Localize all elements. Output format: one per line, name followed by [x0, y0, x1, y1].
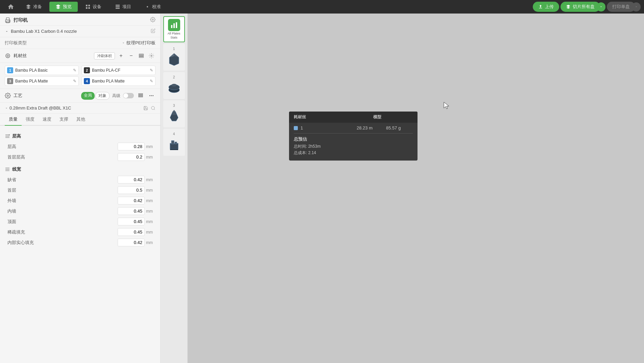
plate-1-model: [166, 51, 182, 68]
top-nav: 准备 预览 设备 项目 校准 上传 切片所有盘 打印单盘: [0, 0, 644, 14]
filament-edit-2[interactable]: ✎: [150, 68, 153, 73]
first-layer-height-input[interactable]: [118, 153, 145, 161]
print-dropdown-button: [632, 2, 641, 11]
nav-calibrate[interactable]: 校准: [139, 2, 167, 12]
tab-other[interactable]: 其他: [72, 114, 89, 126]
nav-project[interactable]: 项目: [109, 2, 137, 12]
tag-global[interactable]: 全局: [81, 92, 95, 100]
inner-wall-input[interactable]: [118, 207, 145, 215]
filament-item-3[interactable]: 3 Bambu PLA Matte ✎: [5, 76, 79, 86]
plate-thumb-1[interactable]: 1: [163, 44, 185, 71]
profile-save-icon[interactable]: [143, 106, 148, 111]
first-layer-height-label: 首层层高: [5, 154, 25, 160]
flush-volume-button[interactable]: 冲刷体积: [94, 52, 115, 59]
printer-settings-icon[interactable]: [150, 17, 156, 23]
svg-rect-1: [88, 5, 90, 6]
process-profile-name: 0.28mm Extra Draft @BBL X1C: [9, 105, 71, 111]
svg-point-13: [7, 55, 9, 57]
filament-item-2[interactable]: 2 Bambu PLA-CF ✎: [81, 66, 156, 75]
printer-type-value-group[interactable]: 纹理PEI打印板: [122, 40, 156, 46]
type-expand-icon: [122, 41, 125, 45]
nav-preview-label: 预览: [63, 4, 72, 10]
filament-item-4[interactable]: 4 Bambu PLA Matte ✎: [81, 76, 156, 86]
layer-height-input[interactable]: [118, 143, 145, 150]
filament-settings-icon[interactable]: [147, 52, 156, 60]
svg-point-11: [9, 20, 10, 21]
plate-thumb-4[interactable]: 4: [163, 129, 185, 156]
filament-edit-4[interactable]: ✎: [150, 79, 153, 83]
nav-preview[interactable]: 预览: [49, 2, 78, 12]
outer-wall-label: 外墙: [5, 198, 16, 204]
printer-expand-icon: [5, 29, 9, 33]
settings-row-outer-wall: 外墙 mm: [5, 195, 156, 206]
tab-support[interactable]: 支撑: [55, 114, 72, 126]
canvas-area: 耗材丝 模型 1 28.23 m 85.57 g 总预估 总时间: 2h53m: [188, 14, 644, 363]
stats-popup-body: 1 28.23 m 85.57 g 总预估 总时间: 2h53m 总成本: 2.…: [289, 123, 418, 161]
nav-calibrate-label: 校准: [152, 4, 161, 10]
settings-row-layer-height: 层高 mm: [5, 141, 156, 152]
top-surface-unit: mm: [146, 219, 156, 224]
svg-rect-21: [139, 95, 143, 96]
process-more-icon[interactable]: [147, 92, 156, 100]
process-profile-row[interactable]: 0.28mm Extra Draft @BBL X1C: [0, 103, 160, 114]
process-list-icon[interactable]: [137, 92, 145, 100]
slice-dropdown-button[interactable]: [597, 2, 605, 11]
nav-prepare-label: 准备: [33, 4, 42, 10]
process-section-header: 工艺 全局 对象 高级: [0, 89, 160, 103]
plate-thumb-3[interactable]: 3: [163, 100, 185, 127]
plate-3-model-icon: [165, 107, 183, 125]
svg-rect-20: [139, 94, 143, 94]
svg-rect-9: [6, 18, 9, 20]
nav-prepare[interactable]: 准备: [20, 2, 48, 12]
svg-point-26: [151, 106, 154, 109]
all-plates-stats-thumb[interactable]: All Plates Stats: [163, 16, 185, 42]
nav-home-button[interactable]: [3, 1, 18, 12]
filament-name-1: Bambu PLA Basic: [15, 68, 71, 73]
tab-speed[interactable]: 速度: [39, 114, 55, 126]
svg-rect-5: [116, 6, 120, 7]
first-layer-width-input[interactable]: [118, 186, 145, 194]
filament-item-1[interactable]: 1 Bambu PLA Basic ✎: [5, 66, 79, 75]
settings-row-first-layer-height: 首层层高 mm: [5, 152, 156, 162]
svg-rect-15: [139, 54, 143, 55]
filament-grid: 1 Bambu PLA Basic ✎ 2 Bambu PLA-CF ✎ 3 B…: [0, 63, 160, 89]
plate-thumb-2[interactable]: 2: [163, 72, 185, 99]
tab-quality[interactable]: 质量: [5, 114, 22, 126]
sparse-infill-unit: mm: [146, 230, 156, 235]
sparse-infill-input[interactable]: [118, 228, 145, 236]
plate-thumb-4-label: 4: [173, 132, 175, 136]
plate-thumb-2-label: 2: [173, 75, 175, 79]
svg-point-12: [152, 19, 153, 20]
all-plates-stats-label: All Plates Stats: [168, 32, 181, 40]
plate-1-model-icon: [165, 51, 183, 68]
advanced-toggle[interactable]: [123, 93, 134, 98]
default-width-input[interactable]: [118, 176, 145, 184]
printer-name-label: Bambu Lab X1 Carbon 0.4 nozzle: [11, 29, 77, 34]
process-section-label: 工艺: [14, 93, 22, 99]
svg-point-24: [151, 95, 152, 96]
slice-all-button[interactable]: 切片所有盘: [560, 2, 600, 12]
filament-multi-icon[interactable]: [137, 52, 145, 60]
remove-filament-button[interactable]: −: [127, 52, 135, 60]
profile-search-icon[interactable]: [151, 106, 156, 111]
printer-edit-icon[interactable]: [151, 28, 156, 34]
top-surface-input[interactable]: [118, 218, 145, 225]
svg-rect-4: [116, 5, 120, 6]
default-width-label: 缺省: [5, 177, 16, 183]
filament-edit-3[interactable]: ✎: [73, 79, 76, 83]
stats-total-time-label: 总时间:: [294, 144, 307, 149]
filament-color-dot-1: [294, 126, 298, 130]
upload-button[interactable]: 上传: [533, 2, 559, 12]
outer-wall-input[interactable]: [118, 197, 145, 204]
tag-object[interactable]: 对象: [95, 92, 110, 100]
outer-wall-unit: mm: [146, 198, 156, 203]
tab-strength[interactable]: 强度: [22, 114, 39, 126]
settings-row-top-surface: 顶面 mm: [5, 216, 156, 227]
filament-edit-1[interactable]: ✎: [73, 68, 76, 73]
inner-solid-input[interactable]: [118, 239, 145, 246]
inner-wall-label: 内墙: [5, 208, 16, 214]
printer-name-row: Bambu Lab X1 Carbon 0.4 nozzle: [0, 26, 160, 37]
plate-thumb-1-label: 1: [173, 47, 175, 51]
nav-device[interactable]: 设备: [79, 2, 108, 12]
add-filament-button[interactable]: +: [117, 52, 125, 60]
